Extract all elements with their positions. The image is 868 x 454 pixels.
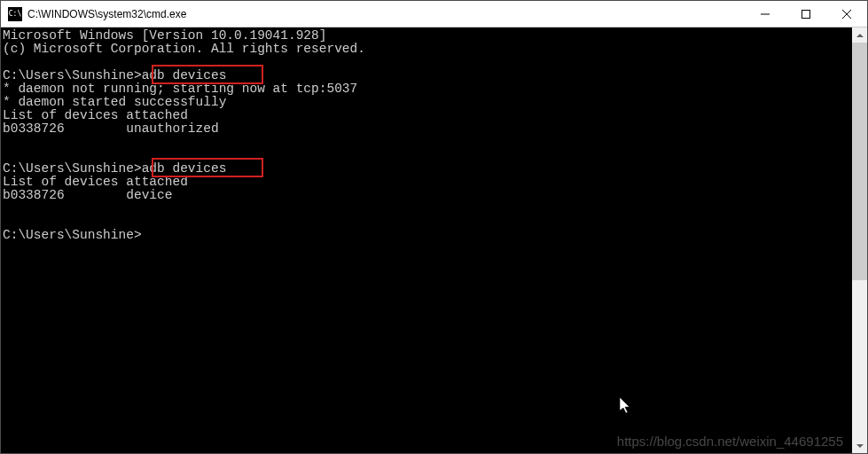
terminal-line [3,56,852,69]
window-controls [745,1,867,27]
svg-marker-4 [620,397,629,413]
close-button[interactable] [826,1,867,27]
terminal-line: List of devices attached [3,109,852,122]
cmd-window: C:\ C:\WINDOWS\system32\cmd.exe Microsof… [0,0,868,454]
terminal-line: C:\Users\Sunshine>adb devices [3,162,852,176]
terminal-line: Microsoft Windows [Version 10.0.19041.92… [3,29,852,43]
terminal-line: C:\Users\Sunshine>adb devices [3,69,852,82]
terminal-line: List of devices attached [3,176,852,189]
terminal-output[interactable]: Microsoft Windows [Version 10.0.19041.92… [1,27,852,453]
terminal-line [3,149,852,162]
terminal-line: * daemon started successfully [3,96,852,109]
titlebar[interactable]: C:\ C:\WINDOWS\system32\cmd.exe [1,1,867,27]
terminal-line: C:\Users\Sunshine> [3,229,852,242]
watermark-text: https://blog.csdn.net/weixin_44691255 [617,434,843,448]
svg-rect-1 [802,10,810,18]
highlight-box [152,65,263,84]
maximize-button[interactable] [786,1,826,27]
terminal-line [3,136,852,149]
scroll-up-button[interactable] [852,27,867,43]
mouse-cursor-icon [558,384,632,432]
scroll-track[interactable] [852,43,867,438]
window-title: C:\WINDOWS\system32\cmd.exe [27,8,745,20]
scroll-down-button[interactable] [852,438,867,453]
minimize-button[interactable] [745,1,786,27]
terminal-line: b0338726 device [3,189,852,202]
terminal-line: (c) Microsoft Corporation. All rights re… [3,43,852,56]
terminal-line [3,202,852,215]
vertical-scrollbar[interactable] [852,27,867,453]
terminal-line: * daemon not running; starting now at tc… [3,82,852,96]
cmd-icon: C:\ [8,7,22,21]
terminal-line [3,215,852,229]
scroll-thumb[interactable] [852,43,867,280]
highlight-box [152,158,263,177]
terminal-line: b0338726 unauthorized [3,122,852,136]
client-area: Microsoft Windows [Version 10.0.19041.92… [1,27,867,453]
